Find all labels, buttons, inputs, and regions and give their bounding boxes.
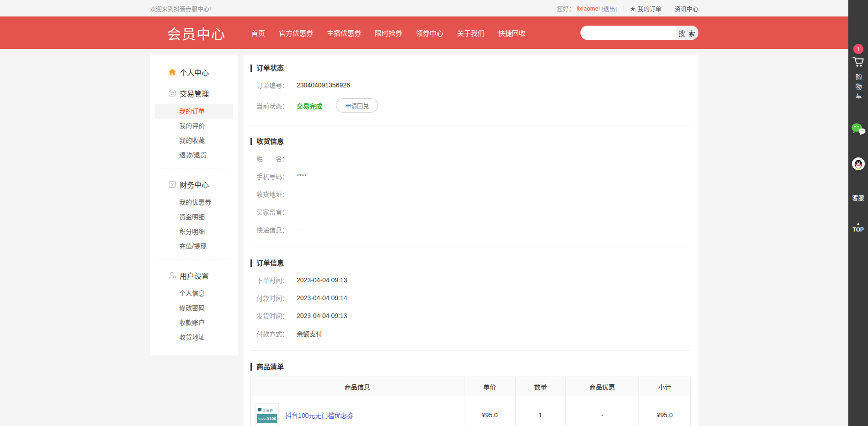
goods-table: 商品信息 单价 数量 商品优惠 小计	[250, 377, 691, 426]
unit-price-cell: ¥95.0	[464, 396, 516, 426]
quantity-cell: 1	[516, 396, 566, 426]
sidebar: 个人中心 交易管理 我的订单 我的评价 我的收藏 退款/退货 财务中心 我的优惠…	[150, 55, 238, 356]
coupon-logo-icon	[258, 408, 261, 411]
username-link[interactable]: lixiaomei	[577, 5, 600, 12]
divider	[250, 125, 691, 125]
customer-service-button[interactable]: 客服	[852, 193, 864, 202]
discount-cell: -	[565, 396, 639, 426]
trade-icon	[168, 89, 176, 97]
welcome-text: 欢迎来到抖音券服中心!	[150, 4, 211, 13]
nav-official-coupons[interactable]: 官方优惠券	[279, 28, 313, 38]
redeem-button[interactable]: 申请回兑	[336, 98, 378, 113]
my-orders-link[interactable]: ★我的订单	[630, 4, 661, 13]
divider	[250, 247, 691, 247]
star-icon: ★	[630, 5, 635, 12]
sidebar-section-finance[interactable]: 财务中心	[150, 174, 238, 195]
nav-streamer-coupons[interactable]: 主播优惠券	[327, 28, 361, 38]
cart-count-badge: 1	[853, 44, 863, 54]
phone-label: 手机号码：	[256, 172, 297, 181]
col-header-unit-price: 单价	[464, 377, 516, 396]
search-box: 搜 索	[580, 26, 698, 40]
sidebar-item-my-orders[interactable]: 我的订单	[154, 104, 233, 119]
section-title-goods: 商品清单	[250, 363, 691, 371]
pay-time-value: 2023-04-04 09:14	[297, 294, 347, 302]
home-icon	[168, 68, 176, 76]
sidebar-item-payment-account[interactable]: 收款账户	[150, 315, 238, 330]
name-label: 姓 名：	[256, 154, 297, 163]
section-title-order-status: 订单状态	[250, 65, 691, 72]
divider	[158, 259, 229, 259]
coupon-amount-text: ¥100	[267, 416, 276, 421]
sidebar-item-fund-details[interactable]: 资金明细	[150, 210, 238, 224]
news-center-link[interactable]: 资讯中心	[675, 4, 698, 13]
buyer-message-label: 买家留言：	[256, 207, 297, 216]
cart-label[interactable]: 购物车	[854, 74, 863, 102]
nav-about-us[interactable]: 关于我们	[457, 28, 485, 38]
ship-time-value: 2023-04-04 09:13	[297, 312, 347, 319]
nav-quick-recycle[interactable]: 快捷回收	[498, 28, 526, 38]
sidebar-section-title: 用户设置	[180, 270, 209, 281]
sidebar-item-refunds[interactable]: 退款/退货	[150, 148, 238, 162]
side-toolbar: 1 购物车 客服 ▲ TOP	[848, 0, 868, 426]
product-thumbnail[interactable]: 优惠券 VALUE ¥100	[255, 403, 279, 426]
order-time-label: 下单时间：	[256, 275, 297, 285]
sidebar-section-trade[interactable]: 交易管理	[150, 83, 238, 104]
express-info-value: --	[297, 226, 301, 233]
site-logo[interactable]: 会员中心	[150, 23, 226, 43]
pay-method-value: 余额支付	[297, 329, 322, 338]
nav-home[interactable]: 首页	[251, 28, 265, 38]
address-label: 收货地址：	[256, 189, 297, 199]
topbar: 欢迎来到抖音券服中心! 您好： lixiaomei [退出] ★我的订单 资讯中…	[0, 0, 848, 16]
divider	[250, 351, 691, 351]
coupon-value-text: VALUE	[258, 417, 267, 420]
sidebar-item-shipping-address[interactable]: 收货地址	[150, 330, 238, 345]
sidebar-section-personal-center[interactable]: 个人中心	[150, 62, 238, 83]
sidebar-section-title: 交易管理	[180, 88, 209, 99]
divider	[668, 5, 668, 11]
col-header-discount: 商品优惠	[565, 377, 639, 396]
search-input[interactable]	[580, 26, 676, 40]
page: 欢迎来到抖音券服中心! 您好： lixiaomei [退出] ★我的订单 资讯中…	[0, 0, 848, 426]
sidebar-item-personal-info[interactable]: 个人信息	[150, 286, 238, 301]
section-title-shipping: 收货信息	[250, 138, 691, 145]
search-button[interactable]: 搜 索	[676, 26, 698, 40]
sidebar-section-user-settings[interactable]: 用户设置	[150, 265, 238, 286]
ship-time-label: 发货时间：	[256, 311, 297, 320]
order-status-value: 交易完成	[297, 101, 322, 110]
main-nav: 首页 官方优惠券 主播优惠券 限时抢券 领券中心 关于我们 快捷回收	[251, 28, 539, 38]
greeting-prefix: 您好：	[557, 4, 575, 13]
order-detail-panel: 订单状态 订单编号： 230404091356926 当前状态： 交易完成 申请…	[243, 55, 698, 426]
order-time-value: 2023-04-04 09:13	[297, 276, 347, 284]
phone-value: ****	[297, 173, 307, 180]
qq-icon[interactable]	[852, 157, 865, 172]
sidebar-item-my-coupons[interactable]: 我的优惠券	[150, 195, 238, 210]
up-arrow-icon: ▲	[857, 222, 860, 226]
sidebar-item-change-password[interactable]: 修改密码	[150, 301, 238, 315]
sidebar-item-recharge-withdraw[interactable]: 充值/提现	[150, 239, 238, 253]
back-to-top-button[interactable]: ▲ TOP	[852, 222, 863, 233]
goods-table-row: 优惠券 VALUE ¥100 抖音100元无门槛优惠券 ¥9	[251, 396, 691, 426]
subtotal-cell: ¥95.0	[639, 396, 691, 426]
nav-coupon-center[interactable]: 领券中心	[416, 28, 443, 38]
product-link[interactable]: 抖音100元无门槛优惠券	[285, 410, 353, 420]
coupon-brand-text: 优惠券	[262, 408, 273, 412]
logout-link[interactable]: [退出]	[602, 4, 617, 13]
nav-flash-coupons[interactable]: 限时抢券	[375, 28, 402, 38]
wechat-icon[interactable]	[851, 123, 866, 137]
sidebar-section-title: 财务中心	[180, 179, 209, 190]
finance-icon	[168, 180, 176, 189]
express-info-label: 快递信息：	[256, 225, 297, 234]
cart-icon[interactable]	[852, 56, 865, 70]
sidebar-section-title: 个人中心	[180, 67, 209, 78]
sidebar-item-my-favorites[interactable]: 我的收藏	[150, 133, 238, 148]
divider	[623, 5, 623, 11]
col-header-goods-info: 商品信息	[251, 377, 464, 396]
sidebar-item-points-details[interactable]: 积分明细	[150, 224, 238, 239]
user-settings-icon	[168, 271, 176, 280]
sidebar-item-my-reviews[interactable]: 我的评价	[150, 119, 238, 133]
section-title-order-info: 订单信息	[250, 259, 691, 267]
main-header: 会员中心 首页 官方优惠券 主播优惠券 限时抢券 领券中心 关于我们 快捷回收 …	[0, 16, 848, 49]
pay-time-label: 付款时间：	[256, 293, 297, 302]
order-no-value: 230404091356926	[297, 81, 350, 89]
order-no-label: 订单编号：	[256, 81, 297, 90]
